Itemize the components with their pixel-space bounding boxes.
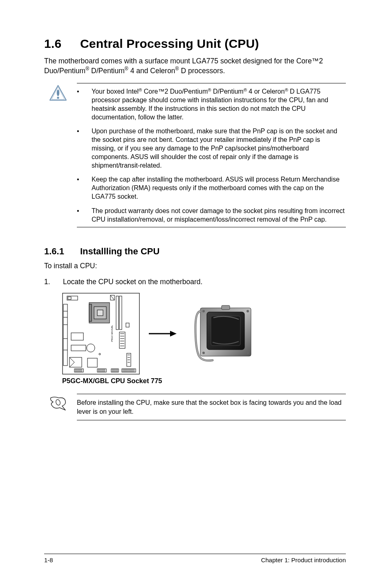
caution-bullet-text: The product warranty does not cover dama… [92,207,346,224]
reg-mark: ® [85,66,89,72]
section-number: 1.6 [44,37,80,51]
page-title: 1.6Central Processing Unit (CPU) [44,37,346,51]
note-block: Before installing the CPU, make sure tha… [49,394,346,420]
caution-icon [49,83,67,227]
reg-mark: ® [208,88,211,92]
bullet-marker: • [77,175,82,201]
reg-mark: ® [285,88,288,92]
bullet-marker: • [77,88,82,121]
intro-text-4: D processors. [179,67,225,75]
page-footer: 1-8 Chapter 1: Product introduction [44,554,346,563]
caution-content: • Your boxed Intel® Core™2 Duo/Pentium® … [77,83,346,227]
reg-mark: ® [125,66,128,72]
sub-intro: To install a CPU: [44,262,346,270]
caution-bullet: • Your boxed Intel® Core™2 Duo/Pentium® … [77,88,346,121]
section-title-text: Central Processing Unit (CPU) [80,37,259,50]
caution-bullet: • Upon purchase of the motherboard, make… [77,127,346,170]
footer-page-number: 1-8 [44,557,53,563]
footer-chapter: Chapter 1: Product introduction [261,557,346,563]
svg-rect-16 [89,304,92,321]
svg-rect-75 [211,316,240,346]
svg-point-79 [202,352,205,354]
caution-block: • Your boxed Intel® Core™2 Duo/Pentium® … [49,83,346,227]
subsection-title-text: Installling the CPU [80,246,159,256]
cpu-socket-photo [193,303,258,364]
svg-rect-76 [222,305,230,310]
intro-text-2: D/Pentium [89,67,125,75]
arrow-icon [148,330,177,338]
svg-rect-9 [63,304,67,366]
step-number: 1. [44,278,52,286]
svg-point-3 [57,97,59,99]
note-text: Before installing the CPU, make sure tha… [77,394,346,420]
intro-text-3: 4 and Celeron [128,67,175,75]
caution-bullet: • The product warranty does not cover da… [77,207,346,224]
motherboard-diagram: P5GC-MX/GBL [62,293,140,375]
caution-bullet-text: Keep the cap after installing the mother… [92,175,346,201]
svg-rect-18 [97,310,103,316]
svg-point-78 [247,310,249,312]
subsection-title: 1.6.1Installling the CPU [44,246,346,257]
caution-bullet-text: Upon purchase of the motherboard, make s… [92,127,346,170]
caution-bullet: • Keep the cap after installing the moth… [77,175,346,201]
reg-mark: ® [244,88,247,92]
step-text: Locate the CPU socket on the motherboard… [63,278,202,286]
intro-paragraph: The motherboard comes with a surface mou… [44,56,346,76]
svg-point-77 [202,310,205,312]
figure: P5GC-MX/GBL [62,293,346,375]
step-1: 1. Locate the CPU socket on the motherbo… [44,278,346,286]
svg-marker-72 [170,331,177,337]
svg-point-80 [247,352,249,354]
figure-caption: P5GC-MX/GBL CPU Socket 775 [62,377,346,385]
caution-bullet-text: Your boxed Intel® Core™2 Duo/Pentium® D/… [92,88,346,121]
svg-point-2 [57,90,59,96]
svg-point-81 [55,399,61,406]
board-label-text: P5GC-MX/GBL [111,325,113,342]
reg-mark: ® [139,88,142,92]
bullet-marker: • [77,127,82,170]
reg-mark: ® [175,66,179,72]
bullet-marker: • [77,207,82,224]
subsection-number: 1.6.1 [44,246,80,257]
note-icon [49,394,67,411]
